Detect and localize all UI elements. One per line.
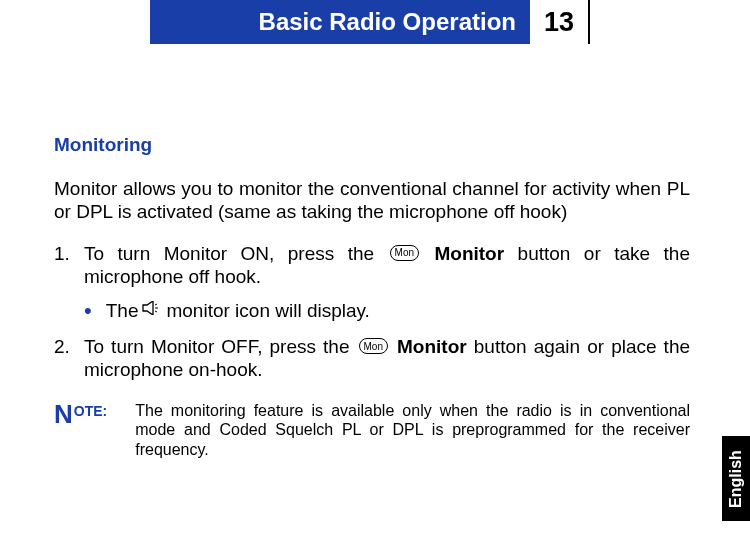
page-content: Monitoring Monitor allows you to monitor… <box>0 44 750 459</box>
header-right-spacer <box>590 0 750 44</box>
language-tab: English <box>722 436 750 521</box>
chapter-title: Basic Radio Operation <box>150 0 530 44</box>
note-initial: N <box>54 401 73 459</box>
svg-line-1 <box>155 304 157 305</box>
intro-paragraph: Monitor allows you to monitor the conven… <box>54 178 690 223</box>
step-1-number: 1. <box>54 243 84 288</box>
step-2-number: 2. <box>54 336 84 381</box>
step-2-bold: Monitor <box>397 336 467 357</box>
step-1-body: To turn Monitor ON, press the Mon Monito… <box>84 243 690 288</box>
speaker-icon <box>142 298 162 320</box>
language-tab-label: English <box>727 450 745 508</box>
step-2: 2. To turn Monitor OFF, press the Mon Mo… <box>54 336 690 381</box>
step-2-text-a: To turn Monitor OFF, press the <box>84 336 357 357</box>
step-1-bold: Monitor <box>434 243 504 264</box>
bullet-text-a: The <box>106 300 139 322</box>
svg-marker-0 <box>143 301 153 315</box>
note-block: N OTE: The monitoring feature is availab… <box>54 401 690 459</box>
step-2-body: To turn Monitor OFF, press the Mon Monit… <box>84 336 690 381</box>
mon-button-icon: Mon <box>390 245 419 261</box>
page-header: Basic Radio Operation 13 <box>0 0 750 44</box>
bullet-item: • The monitor icon will display. <box>84 300 690 322</box>
note-label: OTE: <box>74 401 107 459</box>
step-1-text-a: To turn Monitor ON, press the <box>84 243 388 264</box>
page-number: 13 <box>530 0 590 44</box>
section-heading: Monitoring <box>54 134 690 156</box>
note-text: The monitoring feature is available only… <box>135 401 690 459</box>
mon-button-icon: Mon <box>359 338 388 354</box>
bullet-dot-icon: • <box>84 300 92 322</box>
step-1: 1. To turn Monitor ON, press the Mon Mon… <box>54 243 690 288</box>
header-spacer <box>0 0 150 44</box>
step-2-text-b <box>390 336 397 357</box>
svg-line-3 <box>155 311 157 312</box>
bullet-text-b: monitor icon will display. <box>166 300 369 322</box>
step-1-text-b <box>421 243 434 264</box>
